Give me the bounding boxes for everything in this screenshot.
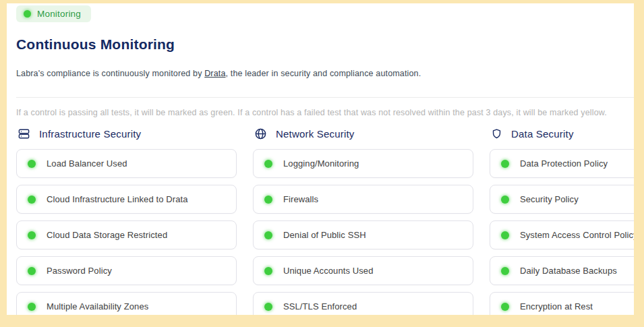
status-dot-icon	[28, 303, 36, 311]
column-title: Data Security	[511, 128, 574, 140]
control-label: Daily Database Backups	[520, 266, 617, 276]
control-label: SSL/TLS Enforced	[283, 301, 357, 311]
control-card: Encryption at Rest	[490, 292, 634, 315]
monitoring-badge-label: Monitoring	[37, 9, 81, 19]
section-divider	[16, 97, 634, 98]
control-card: Unique Accounts Used	[253, 256, 473, 285]
column-title: Network Security	[276, 128, 355, 140]
control-card: Cloud Infrastructure Linked to Drata	[16, 185, 237, 214]
control-label: Security Policy	[520, 194, 579, 204]
status-dot-icon	[501, 231, 509, 239]
control-label: Cloud Data Storage Restricted	[47, 230, 167, 240]
status-dot-icon	[28, 196, 36, 204]
control-label: Password Policy	[47, 266, 112, 276]
page-title: Continuous Monitoring	[16, 36, 634, 53]
column-infrastructure-security: Infrastructure Security Load Balancer Us…	[16, 127, 237, 315]
legend-note: If a control is passing all tests, it wi…	[16, 108, 634, 117]
security-columns: Infrastructure Security Load Balancer Us…	[16, 127, 634, 315]
status-dot-icon	[28, 160, 36, 168]
network-security-header: Network Security	[254, 127, 473, 140]
column-data-security: Data Security Data Protection Policy Sec…	[490, 127, 634, 315]
status-dot-icon	[28, 267, 36, 275]
trust-report-panel: Monitoring Continuous Monitoring Labra's…	[7, 3, 634, 315]
control-label: Multiple Availability Zones	[47, 301, 148, 311]
status-dot-icon	[264, 196, 272, 204]
column-network-security: Network Security Logging/Monitoring Fire…	[253, 127, 473, 315]
status-dot-icon	[501, 267, 509, 275]
control-card: Security Policy	[490, 185, 634, 214]
control-card: Daily Database Backups	[490, 256, 634, 285]
drata-link[interactable]: Drata	[204, 69, 225, 78]
control-label: Unique Accounts Used	[283, 266, 374, 276]
control-label: System Access Control Policy	[520, 230, 634, 240]
control-card: Load Balancer Used	[16, 149, 237, 178]
control-card: Password Policy	[16, 256, 237, 285]
control-card: Logging/Monitoring	[253, 149, 473, 178]
monitoring-status-badge: Monitoring	[16, 5, 91, 22]
control-card: Firewalls	[253, 185, 473, 214]
intro-prefix: Labra's compliance is continuously monit…	[16, 69, 204, 78]
status-dot-icon	[264, 303, 272, 311]
status-dot-icon	[264, 160, 272, 168]
intro-text: Labra's compliance is continuously monit…	[16, 69, 634, 78]
infrastructure-security-header: Infrastructure Security	[18, 127, 237, 140]
intro-suffix: , the leader in security and compliance …	[226, 69, 421, 78]
control-label: Encryption at Rest	[520, 301, 593, 311]
status-dot-icon	[264, 267, 272, 275]
data-security-header: Data Security	[491, 127, 634, 140]
status-dot-icon	[28, 231, 36, 239]
status-dot-icon	[501, 160, 509, 168]
control-label: Load Balancer Used	[47, 158, 127, 169]
control-card: Cloud Data Storage Restricted	[16, 220, 237, 249]
globe-icon	[254, 127, 267, 140]
column-title: Infrastructure Security	[39, 128, 141, 140]
control-card: Multiple Availability Zones	[16, 292, 237, 315]
control-card: Denial of Public SSH	[253, 220, 473, 249]
status-dot-icon	[501, 303, 509, 311]
status-dot-icon	[264, 231, 272, 239]
control-card: SSL/TLS Enforced	[253, 292, 473, 315]
status-dot-icon	[501, 196, 509, 204]
control-card: System Access Control Policy	[490, 220, 634, 249]
server-icon	[18, 127, 30, 140]
control-label: Data Protection Policy	[520, 158, 608, 169]
control-card: Data Protection Policy	[490, 149, 634, 178]
control-label: Firewalls	[283, 194, 318, 204]
control-label: Cloud Infrastructure Linked to Drata	[47, 194, 188, 204]
status-dot-icon	[24, 10, 31, 18]
shield-icon	[491, 127, 502, 140]
control-label: Logging/Monitoring	[283, 158, 359, 169]
control-label: Denial of Public SSH	[283, 230, 366, 240]
